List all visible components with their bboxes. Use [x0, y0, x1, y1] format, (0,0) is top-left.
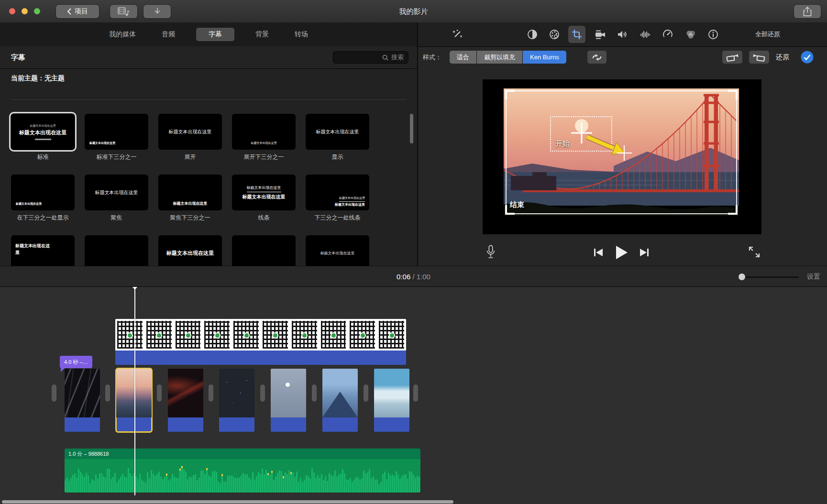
title-template-label: 标准: [11, 153, 75, 161]
fullscreen-icon[interactable]: [748, 246, 761, 258]
tab-5[interactable]: 转场: [290, 28, 313, 41]
title-template-label: 下三分之一处线条: [306, 214, 369, 222]
title-clip-tile: [290, 319, 319, 351]
timeline-zoom-slider[interactable]: [738, 276, 799, 278]
title-template-thumb[interactable]: 标题文本出现在这里: [306, 114, 369, 150]
volume-speaker-icon[interactable]: [617, 29, 628, 40]
style-option-2[interactable]: 裁剪以填充: [477, 51, 522, 64]
clip-thumbnail: [322, 369, 358, 417]
style-option-3[interactable]: Ken Burns: [523, 51, 566, 64]
title-template-thumb[interactable]: [232, 235, 296, 266]
clip-thumbnail: [219, 369, 254, 417]
title-template-thumb[interactable]: 标题文本出现在这里标题文本出现在这里: [306, 175, 369, 210]
title-template-thumb[interactable]: 标题文本出现在这里: [11, 175, 75, 210]
noise-reduction-equalizer-icon[interactable]: [640, 29, 651, 40]
horizontal-scrollbar[interactable]: [2, 500, 453, 504]
timeline-clip-3[interactable]: [168, 369, 203, 432]
transition-handle[interactable]: [157, 384, 162, 402]
next-frame-icon[interactable]: [639, 247, 650, 258]
timeline-zoom-knob[interactable]: [739, 274, 745, 280]
thumb-sample-text: 标题文本出现在这里: [320, 251, 355, 256]
video-preview[interactable]: 结束 开始: [504, 88, 739, 216]
transition-handle[interactable]: [209, 384, 213, 402]
title-template-thumb[interactable]: 标题文本出现在这里标题文本出现在这里: [232, 175, 296, 210]
title-template-thumb[interactable]: 标题文本出现在这里: [85, 114, 148, 150]
previous-frame-icon[interactable]: [593, 247, 604, 258]
timeline-settings-button[interactable]: 设置: [807, 266, 820, 287]
ken-burns-start-rect[interactable]: 开始: [550, 116, 612, 152]
rotate-clockwise-button[interactable]: [749, 51, 769, 64]
crop-handle[interactable]: [728, 90, 738, 99]
rotate-counterclockwise-button[interactable]: [722, 51, 742, 64]
style-option-1[interactable]: 适合: [450, 51, 476, 64]
timeline-clip-5[interactable]: [271, 369, 306, 432]
title-clip-tile: [377, 319, 406, 351]
start-label: 开始: [555, 139, 570, 148]
title-template-thumb[interactable]: 标题文本出现在这里标题文本出现在这里: [11, 114, 75, 150]
title-clip-thumbnails[interactable]: [115, 319, 406, 351]
transition-handle[interactable]: [105, 384, 110, 402]
title-template-thumb[interactable]: [85, 235, 148, 266]
thumb-sample-text: 标题文本出现在这里: [16, 202, 42, 206]
color-balance-icon[interactable]: [527, 29, 538, 40]
auto-enhance-wand-icon[interactable]: [452, 29, 463, 40]
transition-handle[interactable]: [312, 384, 317, 402]
title-template-cell: 标题文本出现在这里: [11, 235, 75, 266]
tab-2[interactable]: 音频: [157, 28, 180, 41]
timeline-clip-4[interactable]: [219, 369, 254, 432]
title-template-cell: 标题文本出现在这里标题文本出现在这里线条: [232, 175, 296, 222]
timeline-clip-2[interactable]: [116, 369, 152, 432]
search-placeholder: 搜索: [391, 53, 404, 62]
playhead[interactable]: [134, 287, 135, 495]
play-button-icon[interactable]: [615, 245, 628, 260]
transition-handle[interactable]: [413, 384, 418, 402]
media-browser-panel: 我的媒体音频字幕背景转场 字幕 搜索 当前主题：无主题 标题文本出现在这里标题文…: [0, 22, 417, 266]
apply-checkmark-button[interactable]: [801, 51, 814, 64]
tab-3[interactable]: 字幕: [196, 28, 234, 41]
audio-waveform: [65, 459, 420, 493]
crop-handle[interactable]: [505, 90, 515, 99]
title-template-thumb[interactable]: 标题文本出现在这里: [11, 235, 75, 266]
title-clip-bar[interactable]: [115, 351, 406, 365]
filters-circles-icon[interactable]: [685, 29, 696, 40]
tab-4[interactable]: 背景: [251, 28, 274, 41]
title-template-thumb[interactable]: 标题文本出现在这里: [158, 114, 222, 150]
title-template-thumb[interactable]: 标题文本出现在这里: [158, 175, 222, 210]
thumb-sample-text: 标题文本出现在这里: [19, 129, 66, 136]
clip-duration-bar: [271, 417, 306, 432]
stabilization-camera-icon[interactable]: [595, 29, 606, 40]
search-input[interactable]: 搜索: [333, 51, 408, 64]
swap-start-end-button[interactable]: [587, 51, 606, 64]
vertical-scrollbar[interactable]: [410, 114, 413, 143]
revert-all-button[interactable]: 全部还原: [755, 22, 780, 46]
share-button[interactable]: [794, 5, 821, 18]
timeline[interactable]: 4.0 秒 –… 1.0 分 – 9888618: [0, 287, 827, 504]
title-template-thumb[interactable]: 标题文本出现在这里: [232, 114, 296, 150]
transition-handle[interactable]: [260, 384, 265, 402]
ken-burns-end-rect[interactable]: 结束: [506, 90, 737, 214]
speed-meter-icon[interactable]: [662, 29, 673, 40]
time-separator: /: [412, 273, 414, 281]
timeline-clip-1[interactable]: [65, 369, 100, 432]
title-clip-duration-badge[interactable]: 4.0 秒 –…: [60, 356, 92, 368]
title-template-thumb[interactable]: 标题文本出现在这里: [158, 235, 222, 266]
thumb-sample-text: 标题文本出现在这里: [15, 243, 51, 256]
tab-1[interactable]: 我的媒体: [104, 28, 141, 41]
timeline-clip-6[interactable]: [322, 369, 358, 432]
title-template-thumb[interactable]: 标题文本出现在这里: [306, 235, 369, 266]
color-correction-palette-icon[interactable]: [549, 29, 560, 40]
reset-button[interactable]: 还原: [776, 46, 789, 68]
window-titlebar: 项目 我的影片: [0, 0, 827, 23]
info-icon[interactable]: [707, 29, 719, 40]
crop-icon[interactable]: [571, 29, 583, 40]
audio-clip[interactable]: 1.0 分 – 9888618: [65, 449, 420, 493]
voiceover-microphone-icon[interactable]: [485, 244, 496, 261]
title-template-cell: 标题文本出现在这里: [306, 235, 369, 266]
transition-handle[interactable]: [364, 384, 368, 402]
transition-handle[interactable]: [52, 384, 56, 402]
timeline-clip-7[interactable]: [374, 369, 409, 432]
crop-handle[interactable]: [728, 205, 738, 215]
timeline-header-bar: 0:06 / 1:00 设置: [0, 266, 827, 287]
title-template-thumb[interactable]: 标题文本出现在这里: [85, 175, 148, 210]
thumb-sample-text: 标题文本出现在这里: [339, 196, 365, 202]
